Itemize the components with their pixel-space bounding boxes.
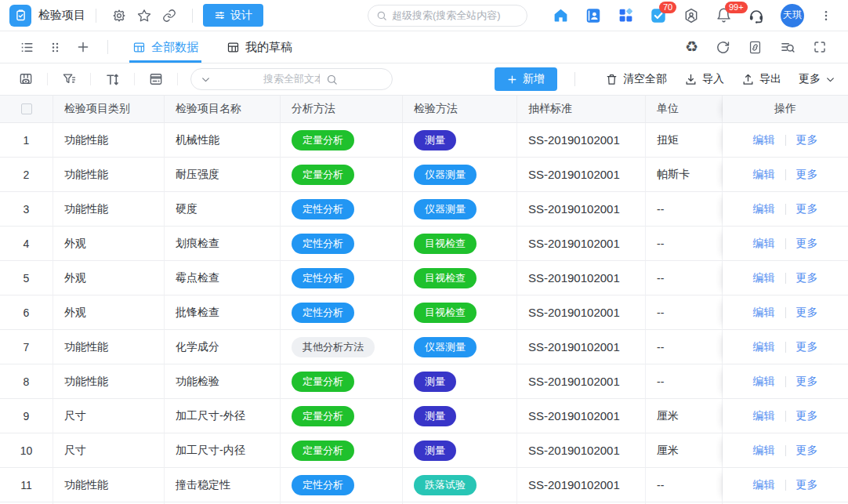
table-toolbar: 搜索全部文本字段（按Enter搜索） 新增 清空全部 [0,63,848,95]
text-size-icon[interactable] [104,71,121,88]
user-avatar[interactable]: 天琪 [781,4,804,27]
filter-funnel-icon[interactable] [61,71,77,87]
row-number-cell: 1 [0,123,53,158]
column-header-method[interactable]: 检验方法 [403,96,517,123]
edit-link[interactable]: 编辑 [753,340,775,354]
tab-all-data[interactable]: 全部数据 [129,31,201,63]
card-style-icon[interactable] [148,71,164,87]
analysis-cell: 定性分析 [281,296,403,330]
table-row[interactable]: 4 外观 划痕检查 定性分析 目视检查 SS-20190102001 -- 编辑… [0,227,848,261]
chevron-down-icon[interactable] [201,74,257,85]
table-search-input[interactable]: 搜索全部文本字段（按Enter搜索） [190,68,393,90]
column-header-standard[interactable]: 抽样标准 [517,96,646,123]
table-row[interactable]: 5 外观 霉点检查 定性分析 目视检查 SS-20190102001 -- 编辑… [0,261,848,296]
home-icon[interactable] [553,7,569,24]
analysis-cell: 定量分析 [281,364,403,399]
table-row[interactable]: 2 功能性能 耐压强度 定量分析 仪器测量 SS-20190102001 帕斯卡… [0,158,848,192]
favorite-star-icon[interactable] [137,9,151,23]
more-link[interactable]: 更多 [796,306,818,320]
recycle-bin-icon[interactable]: ♻ [685,39,698,55]
tab-my-drafts[interactable]: 我的草稿 [223,31,295,63]
more-button[interactable]: 更多 [799,72,835,86]
method-tag: 测量 [414,441,456,461]
search-icon[interactable] [326,74,382,85]
table-row[interactable]: 3 功能性能 硬度 定性分析 仪器测量 SS-20190102001 -- 编辑… [0,192,848,227]
design-button[interactable]: 设计 [203,4,263,27]
add-view-plus-icon[interactable] [76,40,90,54]
select-all-checkbox[interactable] [21,103,32,114]
export-button[interactable]: 导出 [741,72,781,86]
edit-link[interactable]: 编辑 [753,444,775,458]
edit-link[interactable]: 编辑 [753,168,775,182]
edit-link[interactable]: 编辑 [753,478,775,492]
clear-all-button[interactable]: 清空全部 [605,72,667,86]
table-row[interactable]: 11 功能性能 撞击稳定性 定性分析 跌落试验 SS-20190102001 -… [0,468,848,502]
row-number-cell: 8 [0,364,53,399]
actions-cell: 编辑 更多 [723,433,848,468]
table-row[interactable]: 8 功能性能 功能检验 定量分析 测量 SS-20190102001 -- 编辑… [0,364,848,399]
table-row[interactable]: 1 功能性能 机械性能 定量分析 测量 SS-20190102001 扭矩 编辑… [0,123,848,158]
more-link[interactable]: 更多 [796,133,818,147]
analysis-tag: 定性分析 [292,234,354,254]
global-search-placeholder: 超级搜索(搜索全站内容) [392,9,501,23]
more-link[interactable]: 更多 [796,340,818,354]
more-link[interactable]: 更多 [796,168,818,182]
more-link[interactable]: 更多 [796,409,818,423]
fullscreen-icon[interactable] [813,40,827,54]
view-list-icon[interactable] [20,40,34,55]
contacts-icon[interactable] [585,7,602,24]
workflow-hexagon-user-icon[interactable] [683,7,700,24]
unit-cell: -- [646,227,723,261]
analysis-tag: 定量分析 [292,441,354,461]
method-cell: 测量 [403,399,517,433]
table-row[interactable]: 6 外观 批锋检查 定性分析 目视检查 SS-20190102001 -- 编辑… [0,296,848,330]
more-link[interactable]: 更多 [796,202,818,216]
more-vertical-dots-icon[interactable] [820,9,832,23]
analysis-tag: 其他分析方法 [292,337,375,357]
name-cell: 机械性能 [165,123,281,158]
column-header-name[interactable]: 检验项目名称 [165,96,281,123]
method-tag: 目视检查 [414,234,477,254]
analysis-tag: 定性分析 [292,268,354,288]
row-number-cell: 3 [0,192,53,227]
edit-link[interactable]: 编辑 [753,237,775,251]
edit-link[interactable]: 编辑 [753,375,775,389]
refresh-icon[interactable] [716,40,730,55]
notifications-bell-icon[interactable]: 99+ [716,7,732,24]
search-records-icon[interactable] [780,39,795,55]
table-row[interactable]: 10 尺寸 加工尺寸-内径 定量分析 测量 SS-20190102001 厘米 … [0,433,848,468]
more-link[interactable]: 更多 [796,478,818,492]
unit-cell: 帕斯卡 [646,158,723,192]
column-header-unit[interactable]: 单位 [646,96,723,123]
add-record-label: 新增 [523,72,545,86]
more-link[interactable]: 更多 [796,444,818,458]
column-header-category[interactable]: 检验项目类别 [53,96,165,123]
standard-cell: SS-20190102001 [517,468,646,502]
table-row[interactable]: 9 尺寸 加工尺寸-外径 定量分析 测量 SS-20190102001 厘米 编… [0,399,848,433]
row-number-cell: 4 [0,227,53,261]
settings-gear-icon[interactable] [112,9,126,23]
record-link-icon[interactable] [748,40,763,55]
edit-link[interactable]: 编辑 [753,133,775,147]
edit-link[interactable]: 编辑 [753,271,775,285]
import-button[interactable]: 导入 [684,72,724,86]
more-link[interactable]: 更多 [796,271,818,285]
table-row[interactable]: 7 功能性能 化学成分 其他分析方法 仪器测量 SS-20190102001 -… [0,330,848,364]
share-link-icon[interactable] [162,9,176,23]
edit-link[interactable]: 编辑 [753,409,775,423]
edit-link[interactable]: 编辑 [753,202,775,216]
more-link[interactable]: 更多 [796,375,818,389]
analysis-cell: 定性分析 [281,192,403,227]
apps-grid-icon[interactable] [618,7,634,24]
support-headset-icon[interactable] [748,7,765,24]
todo-check-icon[interactable]: 70 [650,7,667,24]
view-grid-dots-icon[interactable] [49,41,62,54]
add-record-button[interactable]: 新增 [495,67,557,91]
field-display-eye-icon[interactable] [18,71,34,87]
more-link[interactable]: 更多 [796,237,818,251]
method-tag: 仪器测量 [414,337,477,357]
column-header-analysis[interactable]: 分析方法 [281,96,403,123]
edit-link[interactable]: 编辑 [753,306,775,320]
actions-cell: 编辑 更多 [723,227,848,261]
global-search-input[interactable]: 超级搜索(搜索全站内容) [368,5,527,27]
